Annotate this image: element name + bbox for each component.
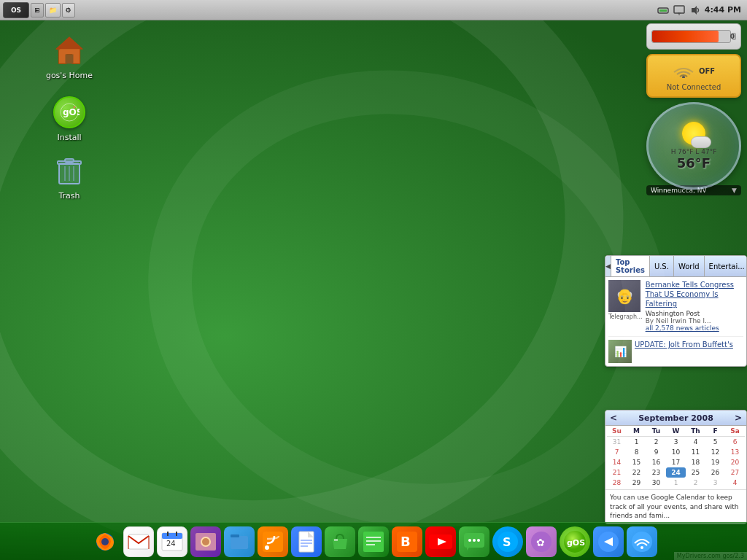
cal-day[interactable]: 20: [725, 457, 745, 467]
install-icon-circle: gOS: [53, 96, 85, 128]
svg-rect-1: [659, 9, 667, 12]
wifi-widget[interactable]: OFF Not Connected: [646, 54, 741, 98]
news-prev-arrow[interactable]: ◀: [605, 256, 611, 276]
os-logo[interactable]: OS: [3, 2, 29, 18]
cal-day[interactable]: 31: [607, 437, 627, 447]
dock-firefox[interactable]: [90, 526, 120, 557]
cal-day-today[interactable]: 24: [666, 467, 686, 478]
cal-day[interactable]: 30: [646, 478, 666, 488]
dock-skype[interactable]: S: [492, 526, 523, 557]
battery-widget[interactable]: 0: [646, 23, 741, 50]
cal-day[interactable]: 3: [705, 478, 725, 488]
svg-rect-2: [674, 6, 684, 13]
dock-shopping[interactable]: [325, 526, 355, 557]
cal-day[interactable]: 15: [627, 457, 646, 467]
dock-orchid[interactable]: ✿: [526, 526, 557, 557]
dock-youtube[interactable]: [425, 526, 456, 557]
weather-widget[interactable]: H 76°F L 47°F 56°F: [646, 102, 741, 190]
cal-day[interactable]: 8: [627, 447, 646, 457]
calendar-month-year: September 2008: [638, 413, 713, 423]
dock-chat[interactable]: [459, 526, 489, 557]
cal-day[interactable]: 27: [725, 467, 745, 478]
cal-day[interactable]: 21: [607, 467, 627, 478]
cal-day[interactable]: 3: [666, 437, 686, 447]
cal-day[interactable]: 25: [686, 467, 705, 478]
dock-calendar[interactable]: 24: [157, 526, 187, 557]
svg-point-22: [101, 538, 109, 545]
cal-day[interactable]: 13: [725, 447, 745, 457]
install-icon[interactable]: gOS Install: [40, 95, 98, 142]
dock-blogger[interactable]: B: [392, 526, 422, 557]
dock-rss[interactable]: [258, 526, 288, 557]
svg-line-12: [74, 106, 75, 108]
news-tab-top-stories[interactable]: Top Stories: [611, 256, 650, 276]
home-icon[interactable]: gos's Home: [40, 33, 98, 80]
cal-day[interactable]: 29: [627, 478, 646, 488]
cal-day[interactable]: 18: [686, 457, 705, 467]
trash-icon[interactable]: Trash: [40, 153, 98, 201]
dock-photos[interactable]: [190, 526, 221, 557]
cal-day[interactable]: 28: [607, 478, 627, 488]
cal-day[interactable]: 12: [705, 447, 725, 457]
cal-day[interactable]: 9: [646, 447, 666, 457]
svg-text:B: B: [400, 534, 411, 549]
svg-rect-7: [66, 55, 74, 64]
dock-files[interactable]: [224, 526, 255, 557]
news-item-0: 👴 Telegraph... Bernanke Tells Congress T…: [608, 280, 743, 332]
cal-day[interactable]: 26: [705, 467, 725, 478]
cal-day[interactable]: 17: [666, 457, 686, 467]
cal-day[interactable]: 11: [686, 447, 705, 457]
news-tab-us[interactable]: U.S.: [650, 256, 674, 276]
cal-day[interactable]: 4: [686, 437, 705, 447]
svg-rect-32: [231, 536, 248, 549]
news-thumb-1: 📊: [608, 340, 632, 363]
taskbar-apps-btn[interactable]: ⊞: [31, 3, 44, 18]
cal-day[interactable]: 19: [705, 457, 725, 467]
calendar-next[interactable]: >: [735, 413, 742, 423]
news-headline-0[interactable]: Bernanke Tells Congress That US Economy …: [646, 280, 743, 308]
news-tab-entertainment[interactable]: Entertai...: [705, 256, 747, 276]
cal-day[interactable]: 23: [646, 467, 666, 478]
cal-day[interactable]: 7: [607, 447, 627, 457]
svg-text:gOS: gOS: [567, 538, 585, 548]
right-panel: 0 OFF Not Connected: [646, 23, 741, 195]
svg-point-31: [202, 538, 209, 545]
cal-day[interactable]: 6: [725, 437, 745, 447]
cal-day[interactable]: 16: [646, 457, 666, 467]
dock-docs[interactable]: [291, 526, 322, 557]
taskbar-places-btn[interactable]: 📁: [45, 3, 61, 18]
volume-tray-icon[interactable]: [689, 4, 702, 17]
taskbar-top-left: OS ⊞ 📁 ⚙: [0, 2, 75, 18]
network-tray-icon[interactable]: [657, 4, 670, 17]
cal-day[interactable]: 1: [627, 437, 646, 447]
display-tray-icon[interactable]: [673, 4, 686, 17]
cal-day[interactable]: 2: [686, 478, 705, 488]
cal-day[interactable]: 10: [666, 447, 686, 457]
cal-day[interactable]: 2: [646, 437, 666, 447]
battery-label: 0: [730, 33, 735, 40]
calendar-prev[interactable]: <: [610, 413, 617, 423]
svg-rect-40: [334, 539, 338, 541]
battery-fill: [652, 31, 719, 42]
trash-icon-svg: [55, 155, 84, 187]
news-item-1: 📊 UPDATE: Jolt From Buffett's: [608, 336, 743, 363]
news-tab-world[interactable]: World: [674, 256, 705, 276]
weather-dropdown-arrow[interactable]: ▼: [732, 187, 737, 194]
news-widget: ◀ Top Stories U.S. World Entertai... ▶ 👴…: [605, 255, 747, 367]
svg-rect-23: [128, 534, 149, 549]
cal-day[interactable]: 22: [627, 467, 646, 478]
dock-gos[interactable]: gOS: [560, 526, 590, 557]
cal-day[interactable]: 14: [607, 457, 627, 467]
dock-notes[interactable]: [358, 526, 389, 557]
taskbar-system-btn[interactable]: ⚙: [62, 3, 75, 18]
news-headline-1[interactable]: UPDATE: Jolt From Buffett's: [635, 340, 743, 349]
dock-wifi[interactable]: [627, 526, 657, 557]
cal-day[interactable]: 1: [666, 478, 686, 488]
news-more-link-0[interactable]: all 2,578 news articles: [646, 324, 743, 332]
dock-gmail[interactable]: [123, 526, 154, 557]
dock-arrow[interactable]: [593, 526, 624, 557]
news-source-0: Telegraph...: [608, 314, 643, 320]
svg-text:24: 24: [166, 540, 176, 548]
cal-day[interactable]: 4: [725, 478, 745, 488]
cal-day[interactable]: 5: [705, 437, 725, 447]
